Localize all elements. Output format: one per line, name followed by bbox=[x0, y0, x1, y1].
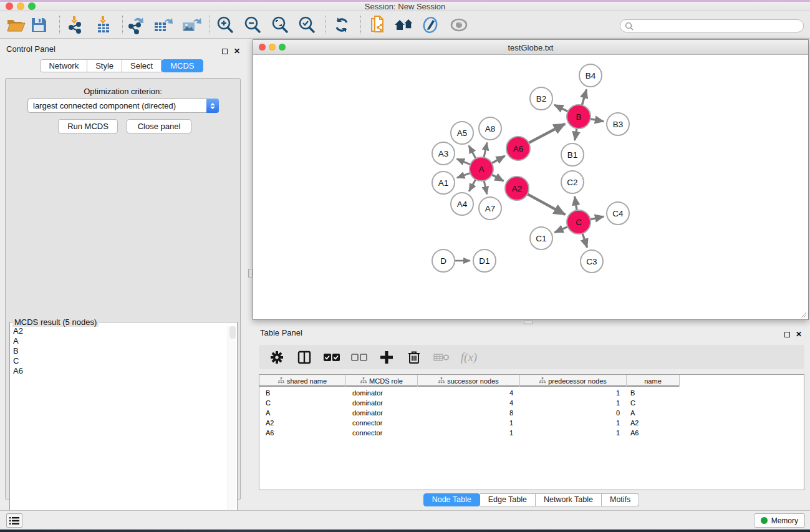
node-D[interactable]: D bbox=[432, 249, 455, 272]
edge-C-C2[interactable] bbox=[575, 196, 577, 210]
tab-node-table[interactable]: Node Table bbox=[423, 493, 480, 506]
column-header-successor-nodes[interactable]: successor nodes bbox=[418, 375, 520, 387]
node-table[interactable]: shared nameMCDS rolesuccessor nodesprede… bbox=[259, 374, 804, 490]
table-cell[interactable]: 8 bbox=[418, 408, 520, 418]
deselect-all-checkboxes-icon[interactable] bbox=[350, 348, 369, 367]
edge-B-B4[interactable] bbox=[582, 89, 586, 105]
select-all-checkboxes-icon[interactable] bbox=[322, 348, 341, 367]
node-A2[interactable]: A2 bbox=[505, 177, 529, 200]
close-panel-button[interactable]: Close panel bbox=[127, 119, 191, 133]
edge-A-A7[interactable] bbox=[484, 181, 487, 195]
table-row[interactable]: A2connector11A2 bbox=[259, 418, 804, 428]
edge-B-B2[interactable] bbox=[554, 105, 568, 112]
node-C3[interactable]: C3 bbox=[581, 250, 603, 273]
edge-A-A1[interactable] bbox=[457, 173, 470, 178]
control-panel-float-button[interactable] bbox=[222, 46, 228, 57]
tab-select[interactable]: Select bbox=[122, 59, 162, 72]
search-field[interactable] bbox=[620, 19, 804, 32]
table-cell[interactable]: 4 bbox=[418, 388, 520, 398]
settings-gear-icon[interactable] bbox=[268, 348, 286, 367]
table-cell[interactable]: connector bbox=[346, 428, 418, 438]
table-cell[interactable]: A bbox=[627, 408, 680, 418]
search-input[interactable] bbox=[634, 21, 803, 31]
table-cell[interactable]: 1 bbox=[520, 388, 627, 398]
table-cell[interactable]: A6 bbox=[259, 428, 346, 438]
task-history-button[interactable] bbox=[6, 513, 22, 528]
edge-A-A2[interactable] bbox=[492, 175, 504, 181]
network-canvas[interactable]: B4B2BB3B1C2A5A8A6A3AA1A2A4A7CC4C1C3DD1 bbox=[254, 56, 808, 319]
table-cell[interactable]: A bbox=[259, 408, 346, 418]
edge-B-B1[interactable] bbox=[575, 128, 577, 140]
table-cell[interactable]: 1 bbox=[520, 398, 627, 408]
zoom-out-icon[interactable] bbox=[241, 14, 264, 36]
tab-style[interactable]: Style bbox=[87, 59, 122, 72]
table-row[interactable]: Adominator80A bbox=[259, 408, 804, 418]
edge-A-A5[interactable] bbox=[469, 145, 476, 158]
refresh-layout-icon[interactable] bbox=[330, 14, 354, 36]
table-cell[interactable]: C bbox=[259, 398, 346, 408]
node-A8[interactable]: A8 bbox=[479, 117, 501, 140]
edge-A-A8[interactable] bbox=[484, 143, 487, 158]
node-C1[interactable]: C1 bbox=[530, 227, 552, 249]
node-A1[interactable]: A1 bbox=[432, 172, 455, 194]
table-cell[interactable]: dominator bbox=[346, 398, 418, 408]
node-B2[interactable]: B2 bbox=[530, 87, 552, 110]
column-header-predecessor-nodes[interactable]: predecessor nodes bbox=[520, 375, 627, 387]
table-cell[interactable]: A2 bbox=[627, 418, 680, 428]
table-cell[interactable]: 1 bbox=[520, 418, 627, 428]
zoom-in-icon[interactable] bbox=[213, 14, 237, 36]
edge-A6-B[interactable] bbox=[529, 124, 565, 143]
mcds-result-item[interactable]: A bbox=[11, 336, 228, 346]
column-header-name[interactable]: name bbox=[627, 375, 680, 387]
create-new-column-icon[interactable] bbox=[377, 348, 396, 367]
control-panel-close-button[interactable]: ✕ bbox=[234, 45, 240, 56]
table-cell[interactable]: A6 bbox=[627, 428, 680, 438]
split-divider-grip-vertical[interactable] bbox=[248, 269, 253, 278]
column-header-shared-name[interactable]: shared name bbox=[259, 375, 346, 387]
node-B4[interactable]: B4 bbox=[579, 64, 602, 87]
export-table-icon[interactable] bbox=[151, 14, 175, 36]
mcds-result-item[interactable]: A6 bbox=[11, 366, 228, 376]
export-network-icon[interactable] bbox=[124, 14, 148, 36]
edge-A2-C[interactable] bbox=[528, 194, 566, 215]
node-D1[interactable]: D1 bbox=[473, 249, 496, 272]
table-cell[interactable]: 4 bbox=[418, 398, 520, 408]
mcds-result-scrollbar[interactable] bbox=[228, 326, 236, 532]
export-image-icon[interactable] bbox=[179, 14, 203, 36]
table-cell[interactable]: 1 bbox=[418, 418, 520, 428]
table-cell[interactable]: C bbox=[627, 398, 680, 408]
clone-network-icon[interactable] bbox=[366, 14, 390, 36]
tab-edge-table[interactable]: Edge Table bbox=[480, 493, 536, 506]
node-B[interactable]: B bbox=[567, 105, 591, 128]
zoom-fit-icon[interactable] bbox=[268, 14, 292, 36]
table-cell[interactable]: dominator bbox=[346, 408, 418, 418]
delete-table-icon[interactable] bbox=[432, 348, 451, 367]
column-header-MCDS-role[interactable]: MCDS role bbox=[346, 375, 418, 387]
tab-motifs[interactable]: Motifs bbox=[602, 493, 639, 506]
toggle-column-view-icon[interactable] bbox=[295, 348, 314, 367]
tab-mcds[interactable]: MCDS bbox=[162, 59, 203, 72]
edge-B-B3[interactable] bbox=[591, 119, 604, 122]
table-cell[interactable]: 1 bbox=[418, 428, 520, 438]
memory-button[interactable]: Memory bbox=[754, 513, 805, 528]
table-cell[interactable]: connector bbox=[346, 418, 418, 428]
open-folder-icon[interactable] bbox=[4, 14, 27, 36]
table-cell[interactable]: B bbox=[259, 388, 346, 398]
edge-C-C3[interactable] bbox=[582, 233, 587, 248]
delete-columns-icon[interactable] bbox=[405, 348, 423, 367]
edge-C-C1[interactable] bbox=[554, 227, 567, 233]
edge-A-A6[interactable] bbox=[492, 156, 505, 163]
table-row[interactable]: A6connector11A6 bbox=[259, 428, 804, 438]
toggle-bird-eye-icon[interactable] bbox=[447, 14, 471, 36]
table-cell[interactable]: B bbox=[627, 388, 680, 398]
zoom-selected-icon[interactable] bbox=[295, 14, 319, 36]
node-B1[interactable]: B1 bbox=[561, 143, 584, 166]
network-window-titlebar[interactable]: testGlobe.txt bbox=[253, 40, 808, 55]
mcds-result-item[interactable]: A2 bbox=[11, 326, 228, 336]
node-A7[interactable]: A7 bbox=[479, 197, 501, 220]
tab-network[interactable]: Network bbox=[40, 59, 87, 72]
mcds-result-item[interactable]: B bbox=[11, 346, 228, 356]
table-panel-close-button[interactable]: ✕ bbox=[796, 328, 802, 339]
edge-A-A4[interactable] bbox=[469, 180, 476, 191]
function-builder-icon[interactable]: f(x) bbox=[460, 348, 478, 367]
